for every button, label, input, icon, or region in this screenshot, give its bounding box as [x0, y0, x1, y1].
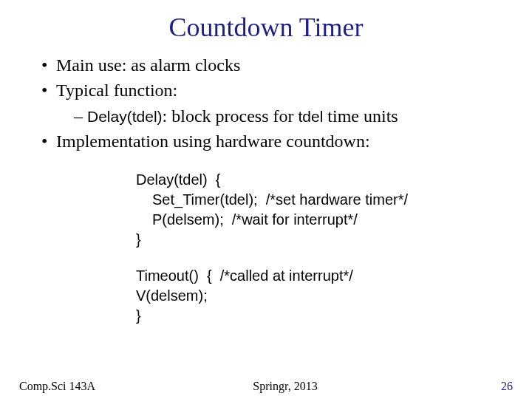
bullet-item: • Main use: as alarm clocks	[40, 53, 488, 77]
bullet-text: Implementation using hardware countdown:	[56, 129, 370, 153]
sub-bullet-text: – Delay(tdel): block process for tdel ti…	[74, 104, 398, 128]
bullet-dot-icon: •	[40, 78, 56, 102]
code-line: }	[136, 230, 488, 250]
footer-left: Comp.Sci 143A	[19, 380, 95, 393]
code-line: }	[136, 306, 488, 326]
code-line: P(delsem); /*wait for interrupt*/	[136, 210, 488, 230]
slide-title: Countdown Timer	[0, 0, 532, 43]
code-line: V(delsem);	[136, 286, 488, 306]
bullet-dot-icon: •	[40, 53, 56, 77]
code-line: Set_Timer(tdel); /*set hardware timer*/	[136, 190, 488, 210]
bullet-item: • Implementation using hardware countdow…	[40, 129, 488, 153]
text-segment: : block process for	[163, 106, 299, 126]
slide-footer: Comp.Sci 143A Springr, 2013 26	[0, 380, 532, 393]
bullet-item: • Typical function:	[40, 78, 488, 102]
slide: Countdown Timer • Main use: as alarm clo…	[0, 0, 532, 399]
bullet-text: Typical function:	[56, 78, 177, 102]
bullet-text: Main use: as alarm clocks	[56, 53, 240, 77]
code-line: Timeout() { /*called at interrupt*/	[136, 266, 488, 286]
slide-body: • Main use: as alarm clocks • Typical fu…	[0, 53, 532, 326]
dash-mark-icon: –	[74, 106, 87, 126]
code-block: Delay(tdel) { Set_Timer(tdel); /*set har…	[40, 170, 488, 326]
footer-center: Springr, 2013	[19, 380, 532, 393]
sub-bullet-item: – Delay(tdel): block process for tdel ti…	[40, 104, 488, 128]
footer-page-number: 26	[501, 380, 513, 393]
code-gap	[136, 250, 488, 266]
text-segment: time units	[323, 106, 398, 126]
code-inline: Delay(tdel)	[87, 108, 163, 125]
code-line: Delay(tdel) {	[136, 170, 488, 190]
bullet-dot-icon: •	[40, 129, 56, 153]
code-inline: tdel	[299, 108, 324, 125]
